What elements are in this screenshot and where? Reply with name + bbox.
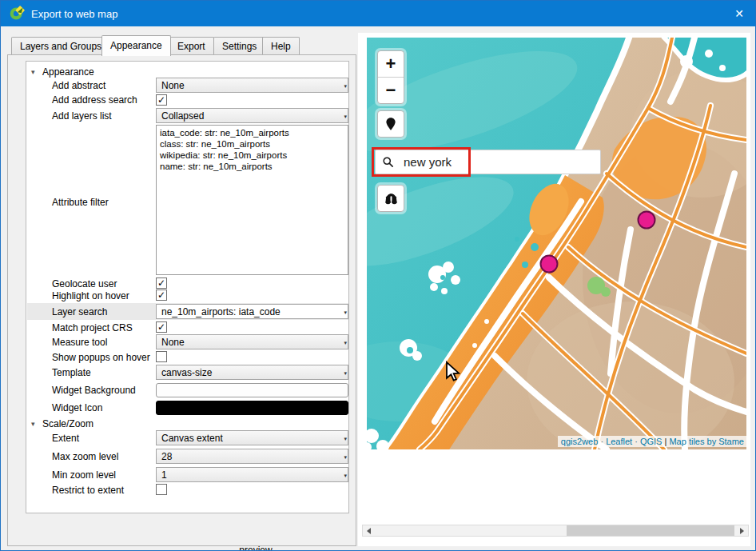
max-zoom-level-label: Max zoom level (52, 451, 118, 462)
attribution-leaflet-link[interactable]: Leaflet (606, 437, 632, 446)
attribute-filter-item[interactable]: name: str: ne_10m_airports (160, 161, 344, 172)
map-pin-icon (384, 117, 398, 131)
measure-tool-select[interactable]: None ▾ (156, 334, 348, 349)
geolocate-user-checkbox[interactable]: ✓ (156, 277, 167, 289)
zoom-control: + − (377, 50, 404, 104)
geolocate-button[interactable] (377, 110, 404, 138)
restrict-to-extent-label: Restrict to extent (52, 485, 124, 496)
search-layer-button[interactable] (377, 185, 404, 212)
scroll-left-icon (367, 528, 371, 534)
highlight-on-hover-checkbox[interactable]: ✓ (156, 289, 167, 301)
chevron-down-icon: ▾ (344, 306, 347, 319)
group-appearance-label: Appearance (42, 66, 94, 78)
restrict-to-extent-checkbox[interactable] (156, 484, 167, 495)
measure-tool-value: None (161, 337, 185, 348)
attribution-separator: · (635, 437, 638, 446)
tab-export[interactable]: Export (169, 37, 214, 55)
zoom-in-button[interactable]: + (378, 51, 404, 77)
chevron-down-icon: ▾ (344, 433, 347, 445)
qgis-logo-icon (9, 6, 25, 22)
layer-search-select[interactable]: ne_10m_airports: iata_code ▾ (156, 304, 348, 319)
map-preview-pane: + − (358, 33, 750, 546)
add-layers-list-value: Collapsed (161, 110, 204, 122)
add-abstract-label: Add abstract (52, 80, 105, 91)
tab-layers-and-groups[interactable]: Layers and Groups (11, 37, 110, 55)
check-icon: ✓ (157, 289, 165, 301)
tab-help[interactable]: Help (262, 37, 300, 55)
scrollbar-thumb[interactable] (567, 525, 734, 536)
map-attribution: qgis2web · Leaflet · QGIS | Map tiles by… (558, 436, 746, 447)
max-zoom-level-value: 28 (161, 451, 172, 462)
chevron-down-icon: ▾ (344, 451, 347, 464)
attribute-filter-item[interactable]: iata_code: str: ne_10m_airports (160, 127, 344, 138)
widget-icon-color-button[interactable] (156, 401, 348, 415)
show-popups-on-hover-checkbox[interactable] (156, 351, 167, 362)
binoculars-icon (384, 191, 399, 206)
close-button[interactable]: ✕ (723, 1, 755, 26)
extent-select[interactable]: Canvas extent ▾ (156, 430, 348, 445)
add-layers-list-select[interactable]: Collapsed ▾ (156, 108, 348, 123)
widget-background-label: Widget Background (52, 385, 136, 396)
collapse-triangle-icon[interactable]: ▾ (31, 420, 39, 428)
group-scale-zoom-label: Scale/Zoom (42, 418, 94, 429)
min-zoom-level-select[interactable]: 1 ▾ (156, 467, 348, 482)
scroll-left-button[interactable] (363, 525, 375, 536)
attribution-qgis-link[interactable]: QGIS (640, 437, 662, 446)
scroll-right-icon (740, 528, 744, 534)
zoom-out-button[interactable]: − (378, 78, 404, 103)
template-select[interactable]: canvas-size ▾ (156, 365, 348, 380)
check-icon: ✓ (157, 321, 165, 333)
tab-appearance[interactable]: Appearance (101, 35, 171, 56)
leaflet-map-preview[interactable]: + − (367, 38, 746, 449)
chevron-down-icon: ▾ (344, 367, 347, 380)
widget-background-color-button[interactable] (156, 383, 348, 397)
chevron-down-icon: ▾ (344, 469, 347, 482)
check-icon: ✓ (157, 94, 165, 106)
add-abstract-value: None (161, 80, 185, 91)
min-zoom-level-label: Min zoom level (52, 469, 116, 481)
add-abstract-select[interactable]: None ▾ (156, 78, 348, 93)
export-to-web-map-dialog: Export to web map ✕ Layers and Groups Ap… (0, 0, 756, 551)
check-icon: ✓ (157, 277, 165, 289)
match-project-crs-label: Match project CRS (52, 322, 133, 333)
chevron-down-icon: ▾ (344, 110, 347, 123)
template-value: canvas-size (161, 367, 212, 378)
chevron-down-icon: ▾ (344, 80, 347, 93)
widget-icon-label: Widget Icon (52, 402, 102, 413)
attribute-filter-label: Attribute filter (52, 197, 109, 208)
appearance-settings-tree: ▾ Appearance Add abstract None ▾ Add add… (26, 61, 349, 513)
attribution-tiles-link[interactable]: Map tiles by Stame (669, 437, 744, 446)
extent-value: Canvas extent (161, 433, 223, 444)
titlebar: Export to web map ✕ (1, 1, 755, 26)
extent-label: Extent (52, 433, 79, 444)
attribution-separator: · (600, 437, 603, 446)
highlight-on-hover-label: Highlight on hover (52, 290, 129, 301)
collapse-triangle-icon[interactable]: ▾ (31, 68, 39, 76)
layer-search-value: ne_10m_airports: iata_code (161, 306, 281, 317)
window-title: Export to web map (31, 8, 117, 20)
attribute-filter-list[interactable]: iata_code: str: ne_10m_airports class: s… (156, 125, 348, 275)
search-highlight-rectangle (372, 147, 471, 177)
add-layers-list-label: Add layers list (52, 110, 112, 122)
scroll-right-button[interactable] (736, 525, 748, 536)
geolocate-user-label: Geolocate user (52, 278, 117, 289)
add-address-search-label: Add address search (52, 94, 137, 106)
add-address-search-checkbox[interactable]: ✓ (156, 94, 167, 106)
measure-tool-label: Measure tool (52, 337, 107, 348)
attribution-pipe: | (665, 437, 667, 446)
show-popups-on-hover-label: Show popups on hover (52, 352, 150, 363)
chevron-down-icon: ▾ (344, 337, 347, 349)
attribute-filter-item[interactable]: wikipedia: str: ne_10m_airports (160, 150, 344, 161)
watercolor-map-tiles (367, 38, 746, 449)
attribute-filter-item[interactable]: class: str: ne_10m_airports (160, 138, 344, 150)
layer-search-label: Layer search (52, 306, 107, 317)
min-zoom-level-value: 1 (161, 469, 167, 481)
horizontal-scrollbar[interactable] (362, 525, 749, 537)
attribution-qgis2web-link[interactable]: qgis2web (561, 437, 598, 446)
tab-settings[interactable]: Settings (213, 37, 265, 55)
match-project-crs-checkbox[interactable]: ✓ (156, 321, 167, 333)
max-zoom-level-select[interactable]: 28 ▾ (156, 449, 348, 464)
template-label: Template (52, 367, 91, 378)
appearance-tab-page: ▾ Appearance Add abstract None ▾ Add add… (7, 54, 356, 546)
